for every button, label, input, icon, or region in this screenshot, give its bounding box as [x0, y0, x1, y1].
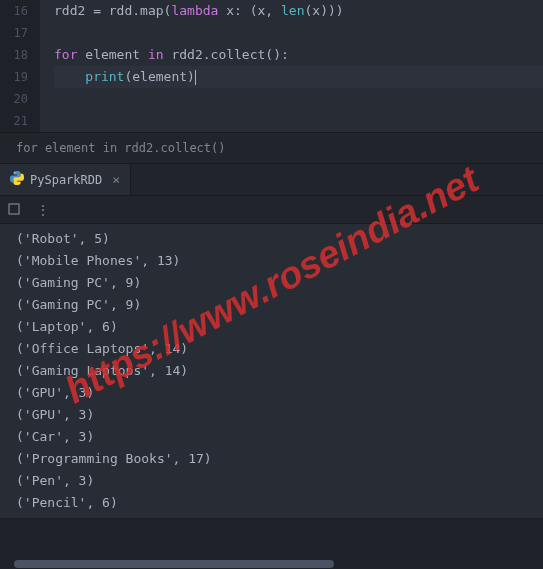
- output-line: ('Programming Books', 17): [16, 448, 527, 470]
- output-line: ('Gaming Laptops', 14): [16, 360, 527, 382]
- tab-bar: PySparkRDD ×: [0, 164, 543, 196]
- breadcrumb[interactable]: for element in rdd2.collect(): [0, 132, 543, 164]
- code-line[interactable]: [54, 88, 543, 110]
- output-line: ('GPU', 3): [16, 404, 527, 426]
- run-toolbar: ⋮: [0, 196, 543, 224]
- line-number: 17: [0, 22, 28, 44]
- output-line: ('Pencil', 6): [16, 492, 527, 514]
- line-number: 21: [0, 110, 28, 132]
- code-line[interactable]: print(element): [54, 66, 543, 88]
- tab-pysparkrdd[interactable]: PySparkRDD ×: [0, 164, 131, 195]
- horizontal-scrollbar[interactable]: [14, 560, 334, 568]
- close-icon[interactable]: ×: [112, 172, 120, 187]
- code-editor[interactable]: 161718192021 rdd2 = rdd.map(lambda x: (x…: [0, 0, 543, 132]
- line-number: 18: [0, 44, 28, 66]
- output-line: ('Office Laptops', 14): [16, 338, 527, 360]
- svg-rect-2: [9, 204, 19, 214]
- output-line: ('Car', 3): [16, 426, 527, 448]
- output-line: ('Pen', 3): [16, 470, 527, 492]
- console-output[interactable]: ('Robot', 5)('Mobile Phones', 13)('Gamin…: [0, 224, 543, 518]
- code-line[interactable]: rdd2 = rdd.map(lambda x: (x, len(x))): [54, 0, 543, 22]
- output-line: ('GPU', 3): [16, 382, 527, 404]
- line-gutter: 161718192021: [0, 0, 40, 132]
- line-number: 16: [0, 0, 28, 22]
- code-line[interactable]: [54, 110, 543, 132]
- output-line: ('Laptop', 6): [16, 316, 527, 338]
- more-icon[interactable]: ⋮: [36, 202, 50, 218]
- stop-icon[interactable]: [8, 202, 20, 218]
- output-line: ('Gaming PC', 9): [16, 294, 527, 316]
- code-line[interactable]: [54, 22, 543, 44]
- tab-label: PySparkRDD: [30, 173, 102, 187]
- line-number: 19: [0, 66, 28, 88]
- code-content[interactable]: rdd2 = rdd.map(lambda x: (x, len(x)))for…: [40, 0, 543, 132]
- line-number: 20: [0, 88, 28, 110]
- svg-point-1: [19, 183, 20, 184]
- output-line: ('Gaming PC', 9): [16, 272, 527, 294]
- output-line: ('Mobile Phones', 13): [16, 250, 527, 272]
- svg-point-0: [14, 172, 15, 173]
- output-line: ('Robot', 5): [16, 228, 527, 250]
- python-icon: [10, 171, 24, 188]
- text-cursor: [195, 70, 196, 85]
- code-line[interactable]: for element in rdd2.collect():: [54, 44, 543, 66]
